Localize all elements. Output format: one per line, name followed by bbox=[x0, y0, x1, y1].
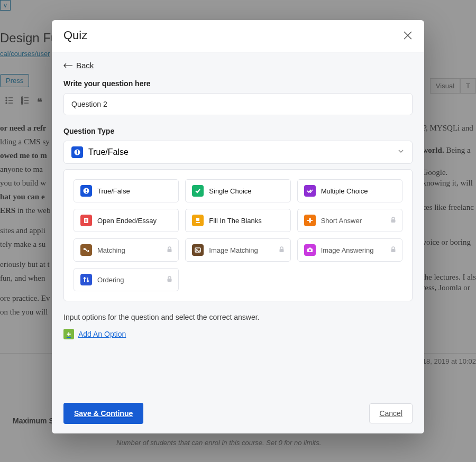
svg-rect-26 bbox=[196, 222, 200, 223]
svg-rect-28 bbox=[168, 249, 172, 252]
essay-icon bbox=[80, 215, 92, 226]
option-label: Short Answer bbox=[321, 217, 362, 225]
svg-rect-17 bbox=[77, 153, 78, 154]
tf-icon bbox=[80, 185, 92, 197]
lock-icon bbox=[166, 246, 173, 254]
svg-rect-20 bbox=[86, 192, 87, 193]
match-icon bbox=[80, 244, 92, 256]
option-label: Ordering bbox=[97, 276, 124, 284]
option-label: Single Choice bbox=[209, 187, 251, 195]
modal-body: Back Write your question here Question T… bbox=[52, 52, 424, 393]
cancel-button[interactable]: Cancel bbox=[369, 403, 413, 423]
question-type-option: Image Answering bbox=[297, 238, 402, 262]
question-type-select[interactable]: True/False bbox=[63, 141, 413, 164]
true-false-icon bbox=[71, 146, 83, 158]
back-label: Back bbox=[76, 61, 94, 70]
check-icon bbox=[192, 185, 204, 197]
question-type-option: Matching bbox=[74, 238, 179, 262]
camera-icon bbox=[304, 244, 316, 256]
modal-footer: Save & Continue Cancel bbox=[52, 393, 424, 433]
question-type-option[interactable]: Open Ended/Essay bbox=[74, 209, 179, 232]
question-type-option: Ordering bbox=[74, 268, 179, 291]
svg-rect-33 bbox=[309, 248, 311, 249]
close-icon bbox=[403, 31, 413, 40]
option-label: Matching bbox=[97, 246, 125, 254]
option-label: Multiple Choice bbox=[321, 187, 368, 195]
svg-point-34 bbox=[309, 250, 311, 252]
question-type-option[interactable]: Fill In The Blanks bbox=[185, 209, 290, 232]
svg-rect-31 bbox=[279, 249, 283, 252]
back-button[interactable]: Back bbox=[63, 61, 94, 70]
add-option-button[interactable]: + Add An Option bbox=[63, 329, 126, 339]
question-type-option: Image Matching bbox=[185, 238, 290, 262]
svg-rect-16 bbox=[77, 150, 78, 153]
selected-type-label: True/False bbox=[88, 147, 129, 157]
option-label: Image Answering bbox=[321, 246, 374, 254]
lock-icon bbox=[166, 275, 173, 284]
svg-rect-19 bbox=[86, 189, 87, 191]
lock-icon bbox=[390, 216, 397, 225]
save-continue-button[interactable]: Save & Continue bbox=[63, 403, 143, 424]
plus-icon: + bbox=[63, 329, 74, 339]
question-input[interactable] bbox=[63, 93, 413, 115]
close-button[interactable] bbox=[403, 31, 413, 40]
order-icon bbox=[80, 274, 92, 285]
lock-icon bbox=[278, 246, 285, 254]
svg-rect-25 bbox=[196, 218, 199, 221]
modal-header: Quiz bbox=[52, 20, 424, 52]
modal-title: Quiz bbox=[63, 29, 87, 42]
question-label: Write your question here bbox=[63, 79, 413, 88]
svg-rect-35 bbox=[391, 249, 395, 252]
question-type-option[interactable]: True/False bbox=[74, 179, 179, 202]
svg-rect-36 bbox=[168, 279, 172, 282]
type-label: Question Type bbox=[63, 127, 413, 135]
dcheck-icon bbox=[304, 185, 316, 197]
options-help-text: Input options for the question and selec… bbox=[63, 313, 413, 321]
option-label: Fill In The Blanks bbox=[209, 217, 261, 225]
option-label: True/False bbox=[97, 187, 130, 195]
short-icon bbox=[304, 215, 316, 226]
add-option-label: Add An Option bbox=[78, 330, 126, 338]
lock-icon bbox=[390, 246, 397, 254]
option-label: Open Ended/Essay bbox=[97, 217, 157, 225]
question-type-option[interactable]: Multiple Choice bbox=[297, 179, 402, 202]
option-label: Image Matching bbox=[209, 246, 258, 254]
svg-rect-27 bbox=[391, 219, 395, 223]
imgmatch-icon bbox=[192, 244, 204, 256]
quiz-modal: Quiz Back Write your question here Quest… bbox=[52, 20, 424, 433]
question-type-option: Short Answer bbox=[297, 209, 402, 232]
question-type-option[interactable]: Single Choice bbox=[185, 179, 290, 202]
question-type-panel: True/FalseSingle ChoiceMultiple ChoiceOp… bbox=[63, 169, 413, 301]
blanks-icon bbox=[192, 215, 204, 226]
arrow-left-icon bbox=[63, 61, 73, 70]
chevron-down-icon bbox=[397, 147, 405, 157]
